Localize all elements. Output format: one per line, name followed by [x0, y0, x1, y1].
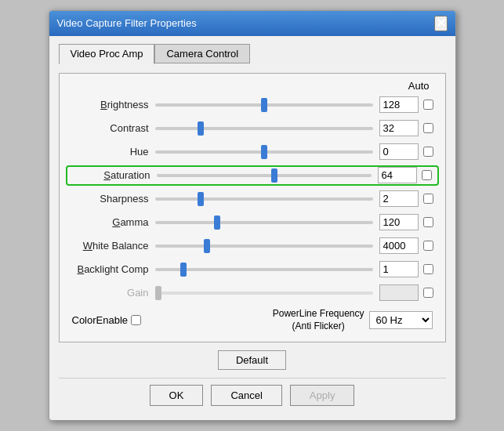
- brightness-auto-check[interactable]: [423, 100, 433, 110]
- white-balance-value-box: [379, 237, 419, 254]
- hue-auto-check[interactable]: [423, 147, 433, 157]
- saturation-label: Saturation: [71, 169, 157, 181]
- sharpness-value-box: [379, 190, 419, 207]
- backlight-comp-value-input[interactable]: [379, 261, 419, 277]
- white-balance-row: White Balance: [69, 236, 436, 256]
- white-balance-auto-check[interactable]: [423, 241, 433, 251]
- powerline-label: PowerLine Frequency(Anti Flicker): [273, 308, 364, 332]
- hue-slider-container: [155, 144, 373, 160]
- saturation-value-input[interactable]: [378, 167, 417, 183]
- sharpness-slider[interactable]: [155, 193, 373, 205]
- gamma-row: Gamma: [69, 212, 436, 233]
- color-enable-checkbox[interactable]: [131, 315, 141, 325]
- gamma-label: Gamma: [69, 216, 155, 228]
- saturation-slider-container: [157, 168, 372, 183]
- brightness-row: Brightness: [69, 95, 436, 115]
- gain-row: Gain: [69, 283, 436, 303]
- content-area: Video Proc Amp Camera Control Auto Brigh…: [49, 36, 455, 420]
- backlight-comp-auto-check[interactable]: [423, 264, 433, 274]
- white-balance-slider-container: [155, 238, 373, 254]
- brightness-slider[interactable]: [155, 99, 373, 111]
- hue-label: Hue: [69, 146, 155, 158]
- gamma-auto-check[interactable]: [423, 217, 433, 227]
- saturation-value-box: [378, 167, 417, 183]
- white-balance-slider[interactable]: [155, 240, 373, 252]
- auto-header-label: Auto: [408, 80, 430, 92]
- white-balance-value-input[interactable]: [379, 237, 419, 254]
- brightness-value-box: [379, 96, 419, 113]
- backlight-comp-slider[interactable]: [155, 263, 373, 276]
- apply-button[interactable]: Apply: [290, 385, 355, 406]
- title-bar: Video Capture Filter Properties ✕: [49, 11, 455, 36]
- white-balance-label: White Balance: [69, 240, 155, 252]
- white-balance-auto-checkbox[interactable]: [422, 241, 436, 251]
- hue-slider[interactable]: [155, 146, 373, 158]
- main-window: Video Capture Filter Properties ✕ Video …: [49, 10, 456, 421]
- backlight-comp-label: Backlight Comp: [69, 263, 155, 275]
- controls-panel: Auto Brightness Contrast: [59, 73, 446, 342]
- tab-video-proc-amp[interactable]: Video Proc Amp: [59, 44, 155, 64]
- gain-slider: [155, 287, 373, 299]
- sharpness-value-input[interactable]: [379, 190, 419, 207]
- gain-auto-checkbox[interactable]: [422, 288, 436, 298]
- saturation-auto-checkbox[interactable]: [420, 170, 434, 180]
- tab-camera-control[interactable]: Camera Control: [154, 44, 250, 63]
- brightness-auto-checkbox[interactable]: [422, 100, 436, 110]
- window-title: Video Capture Filter Properties: [57, 17, 197, 29]
- brightness-value-input[interactable]: [379, 96, 419, 113]
- saturation-row: Saturation: [66, 165, 439, 186]
- contrast-label: Contrast: [69, 122, 155, 134]
- color-enable-label: ColorEnable: [72, 314, 129, 326]
- sharpness-auto-checkbox[interactable]: [422, 194, 436, 204]
- gamma-value-input[interactable]: [379, 214, 419, 230]
- close-button[interactable]: ✕: [434, 16, 448, 31]
- brightness-slider-container: [155, 97, 373, 113]
- brightness-label: Brightness: [69, 99, 155, 110]
- backlight-comp-value-box: [379, 261, 419, 277]
- powerline-group: PowerLine Frequency(Anti Flicker) 60 Hz …: [273, 308, 433, 332]
- color-enable-group: ColorEnable: [72, 314, 142, 326]
- saturation-slider[interactable]: [157, 169, 372, 182]
- saturation-auto-check[interactable]: [422, 170, 432, 180]
- contrast-row: Contrast: [69, 118, 436, 139]
- contrast-auto-check[interactable]: [423, 123, 433, 133]
- dialog-buttons: OK Cancel Apply: [59, 378, 446, 411]
- bottom-row: ColorEnable PowerLine Frequency(Anti Fli…: [69, 308, 436, 332]
- hue-value-box: [379, 143, 419, 160]
- gamma-value-box: [379, 214, 419, 230]
- sharpness-auto-check[interactable]: [423, 194, 433, 204]
- hue-auto-checkbox[interactable]: [422, 147, 436, 157]
- tab-bar: Video Proc Amp Camera Control: [59, 44, 446, 63]
- cancel-button[interactable]: Cancel: [211, 385, 281, 406]
- ok-button[interactable]: OK: [150, 385, 204, 406]
- contrast-slider-container: [155, 121, 373, 136]
- gamma-auto-checkbox[interactable]: [422, 217, 436, 227]
- contrast-value-box: [379, 120, 419, 136]
- gain-value-box: [379, 284, 419, 301]
- default-button-row: Default: [59, 350, 446, 370]
- sharpness-slider-container: [155, 191, 373, 207]
- contrast-value-input[interactable]: [379, 120, 419, 136]
- backlight-comp-slider-container: [155, 262, 373, 277]
- sharpness-label: Sharpness: [69, 193, 155, 205]
- gain-value-input: [379, 284, 419, 301]
- contrast-slider[interactable]: [155, 122, 373, 135]
- backlight-comp-auto-checkbox[interactable]: [422, 264, 436, 274]
- sharpness-row: Sharpness: [69, 189, 436, 209]
- gain-auto-check[interactable]: [423, 288, 433, 298]
- powerline-select[interactable]: 60 Hz 50 Hz Disabled: [369, 311, 433, 329]
- gain-slider-container: [155, 285, 373, 301]
- backlight-comp-row: Backlight Comp: [69, 259, 436, 280]
- default-button[interactable]: Default: [218, 350, 286, 370]
- hue-row: Hue: [69, 142, 436, 162]
- auto-header-row: Auto: [69, 80, 436, 92]
- hue-value-input[interactable]: [379, 143, 419, 160]
- gain-label: Gain: [69, 287, 155, 299]
- gamma-slider[interactable]: [155, 216, 373, 229]
- contrast-auto-checkbox[interactable]: [422, 123, 436, 133]
- gamma-slider-container: [155, 215, 373, 230]
